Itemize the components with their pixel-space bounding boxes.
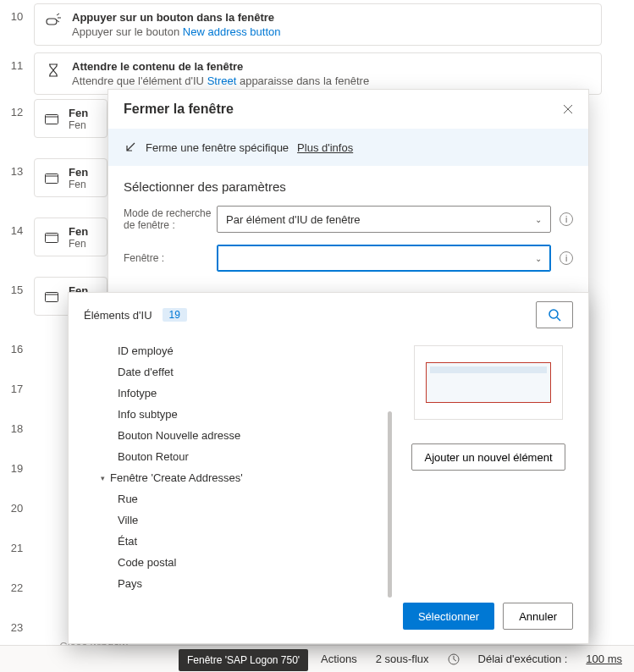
window-icon (43, 111, 60, 128)
ui-elements-picker: Éléments d'IU 19 ID employéDate d'effetI… (68, 292, 589, 644)
chevron-down-icon: ▾ (101, 474, 105, 482)
tree-item[interactable]: Infotype (84, 383, 392, 404)
tree-item[interactable]: Bouton Nouvelle adresse (84, 425, 392, 446)
hourglass-icon (45, 62, 62, 79)
svg-point-9 (549, 310, 558, 318)
svg-rect-3 (46, 174, 58, 184)
tree-item[interactable]: ▾Fenêtre 'Create Addresses' (84, 467, 392, 488)
svg-rect-0 (47, 19, 57, 25)
add-element-button[interactable]: Ajouter un nouvel élément (411, 443, 565, 471)
ui-element-link[interactable]: New address button (183, 25, 281, 38)
step-number: 11 (0, 52, 34, 72)
param-label: Mode de recherche de fenêtre : (124, 207, 217, 232)
tree-item[interactable]: Ville (84, 510, 392, 531)
tree-item-label: Fenêtre 'Create Addresses' (110, 471, 243, 484)
cancel-button[interactable]: Annuler (503, 603, 573, 630)
chevron-down-icon: ⌄ (535, 215, 542, 224)
status-bar: Actions 2 sous-flux Délai d'exécution : … (0, 645, 634, 672)
param-label: Fenêtre : (124, 252, 217, 264)
svg-rect-5 (46, 234, 58, 243)
scrollbar[interactable] (388, 411, 392, 598)
tree-item[interactable]: Pays (84, 573, 392, 592)
info-icon[interactable]: i (560, 251, 573, 265)
tree-item-label: Pays (118, 577, 142, 590)
step-subtitle: Attendre que l'élément d'IU Street appar… (72, 74, 591, 87)
press-button-icon (45, 13, 62, 30)
more-info-link[interactable]: Plus d'infos (297, 141, 353, 154)
tree-item[interactable]: Code postal (84, 552, 392, 573)
step-number: 10 (0, 3, 34, 23)
svg-line-10 (557, 317, 560, 321)
tree-item[interactable]: Info subtype (84, 404, 392, 425)
clock-icon (448, 653, 460, 665)
flow-step-10[interactable]: 10 Appuyer sur un bouton dans la fenêtre… (0, 0, 634, 49)
tree-item-label: ID employé (118, 344, 174, 357)
status-subflows[interactable]: 2 sous-flux (376, 653, 429, 665)
tree-item-label: Bouton Nouvelle adresse (118, 429, 240, 442)
tree-item[interactable]: État (84, 531, 392, 552)
runtime-value[interactable]: 100 ms (586, 653, 622, 665)
step-title: Appuyer sur un bouton dans la fenêtre (72, 11, 591, 24)
banner-text: Ferme une fenêtre spécifique (146, 141, 289, 154)
info-icon[interactable]: i (560, 212, 573, 226)
tree-item-label: Infotype (118, 387, 157, 399)
window-icon (43, 289, 60, 306)
tree-item-label: Code postal (118, 556, 176, 569)
tree-item-label: Ville (118, 514, 138, 526)
runtime-label: Délai d'exécution : (478, 653, 568, 665)
preview-thumbnail (414, 345, 563, 420)
window-icon (43, 170, 60, 187)
step-stub[interactable]: FenFen (34, 99, 108, 138)
param-search-mode: Mode de recherche de fenêtre : Par éléme… (124, 206, 573, 233)
step-stub[interactable]: FenFen (34, 218, 108, 256)
ui-element-tree[interactable]: ID employéDate d'effetInfotypeInfo subty… (84, 340, 392, 592)
section-heading: Sélectionner des paramètres (124, 179, 573, 194)
chevron-down-icon: ⌄ (535, 254, 542, 263)
tree-item[interactable]: ID employé (84, 340, 392, 361)
window-icon (43, 229, 60, 246)
tree-item-label: Rue (118, 493, 138, 505)
step-card[interactable]: Appuyer sur un bouton dans la fenêtre Ap… (34, 3, 602, 46)
step-title: Attendre le contenu de la fenêtre (72, 60, 591, 73)
tree-item-label: Bouton Retour (118, 450, 189, 463)
status-actions[interactable]: Actions (321, 653, 357, 665)
search-icon (548, 308, 561, 322)
picker-tab[interactable]: Éléments d'IU (84, 309, 152, 322)
tree-item-label: État (118, 535, 137, 548)
search-button[interactable] (536, 301, 573, 328)
step-subtitle: Appuyer sur le bouton New address button (72, 25, 591, 38)
param-window: Fenêtre : ⌄ i (124, 245, 573, 272)
tree-item[interactable]: Bouton Retour (84, 446, 392, 467)
tooltip: Fenêtre 'SAP Logon 750' (179, 649, 308, 671)
tree-item-label: Info subtype (118, 408, 178, 421)
dialog-title: Fermer la fenêtre (124, 102, 234, 117)
window-select[interactable]: ⌄ (217, 245, 551, 272)
close-icon[interactable] (563, 104, 573, 114)
select-button[interactable]: Sélectionner (403, 603, 494, 630)
search-mode-select[interactable]: Par élément d'IU de fenêtre ⌄ (217, 206, 551, 233)
tree-item[interactable]: Rue (84, 488, 392, 510)
svg-rect-1 (46, 115, 58, 124)
ui-element-link[interactable]: Street (207, 74, 237, 87)
svg-rect-7 (46, 293, 58, 302)
count-badge: 19 (163, 308, 187, 322)
step-stub[interactable]: FenFen (34, 158, 108, 197)
dialog-info-banner: Ferme une fenêtre spécifique Plus d'info… (108, 129, 588, 166)
tree-item-label: Date d'effet (118, 366, 174, 378)
tree-item[interactable]: Date d'effet (84, 361, 392, 383)
arrow-down-left-icon (124, 140, 137, 154)
